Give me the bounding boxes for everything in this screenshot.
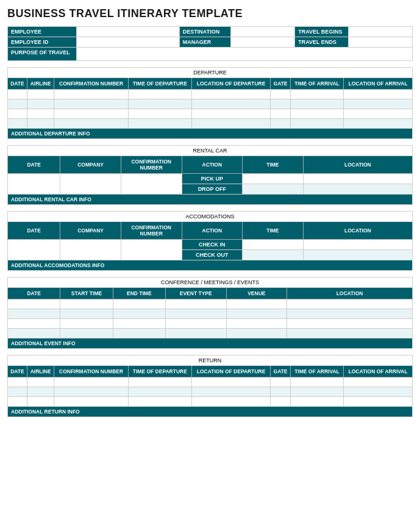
dep-col-gate: GATE — [271, 78, 290, 90]
pickup-action: PICK UP — [182, 174, 243, 184]
page-title: BUSINESS TRAVEL ITINERARY TEMPLATE — [7, 7, 413, 20]
acc-col-time: TIME — [243, 222, 304, 240]
rc-col-confirmation: CONFIRMATION NUMBER — [121, 156, 182, 174]
table-row[interactable] — [8, 319, 60, 329]
conf-col-location: LOCATION — [287, 288, 413, 299]
dep-col-airline: AIRLINE — [27, 78, 54, 90]
table-row[interactable] — [8, 397, 27, 407]
acc-col-company: COMPANY — [60, 222, 121, 240]
employee-id-value[interactable] — [77, 37, 179, 48]
employee-id-label: EMPLOYEE ID — [8, 37, 77, 48]
table-row[interactable] — [8, 174, 60, 195]
acc-col-date: DATE — [8, 222, 60, 240]
conf-col-start: START TIME — [60, 288, 113, 299]
travel-ends-label: TRAVEL ENDS — [295, 37, 349, 48]
rc-col-company: COMPANY — [60, 156, 121, 174]
table-row[interactable] — [8, 240, 60, 260]
conf-col-venue: VENUE — [226, 288, 287, 299]
ret-col-date: DATE — [8, 366, 27, 378]
dep-col-time-dep: TIME OF DEPARTURE — [128, 78, 191, 90]
ret-col-time-arr: TIME OF ARRIVAL — [290, 366, 343, 378]
table-row[interactable] — [8, 119, 27, 129]
dep-col-confirmation: CONFIRMATION NUMBER — [54, 78, 128, 90]
accommodations-section-header: ACCOMODATIONS — [8, 212, 413, 222]
rental-car-table: RENTAL CAR DATE COMPANY CONFIRMATION NUM… — [7, 145, 413, 205]
acc-col-action: ACTION — [182, 222, 243, 240]
table-row[interactable] — [8, 329, 60, 338]
return-section-header: RETURN — [8, 356, 413, 366]
purpose-label: PURPOSE OF TRAVEL — [8, 48, 77, 61]
dep-col-location-dep: LOCATION OF DEPARTURE — [191, 78, 270, 90]
ret-col-airline: AIRLINE — [27, 366, 54, 378]
ret-col-time-dep: TIME OF DEPARTURE — [128, 366, 191, 378]
destination-label: DESTINATION — [179, 27, 230, 37]
rc-col-location: LOCATION — [303, 156, 412, 174]
dep-col-time-arr: TIME OF ARRIVAL — [290, 78, 343, 90]
dep-col-date: DATE — [8, 78, 27, 90]
accommodations-table: ACCOMODATIONS DATE COMPANY CONFIRMATION … — [7, 211, 413, 271]
departure-additional-label: ADDITIONAL DEPARTURE INFO — [8, 129, 413, 139]
rc-col-action: ACTION — [182, 156, 243, 174]
employee-value[interactable] — [77, 27, 179, 37]
manager-value[interactable] — [230, 37, 294, 48]
acc-col-confirmation: CONFIRMATION NUMBER — [121, 222, 182, 240]
conf-col-end: END TIME — [113, 288, 165, 299]
accommodations-additional-label: ADDITIONAL ACCOMODATIONS INFO — [8, 260, 413, 271]
table-row[interactable] — [8, 309, 60, 319]
checkin-action: CHECK IN — [182, 240, 243, 250]
rental-car-section-header: RENTAL CAR — [8, 146, 413, 156]
travel-ends-value[interactable] — [348, 37, 412, 48]
conference-table: CONFERENCE / MEETINGS / EVENTS DATE STAR… — [7, 277, 413, 349]
dep-col-location-arr: LOCATION OF ARRIVAL — [344, 78, 413, 90]
dropoff-action: DROP OFF — [182, 184, 243, 195]
conference-section-header: CONFERENCE / MEETINGS / EVENTS — [8, 277, 413, 288]
conf-col-date: DATE — [8, 288, 60, 299]
rental-car-additional-label: ADDITIONAL RENTAL CAR INFO — [8, 195, 413, 205]
table-row[interactable] — [8, 90, 27, 99]
ret-col-location-arr: LOCATION OF ARRIVAL — [344, 366, 413, 378]
employee-label: EMPLOYEE — [8, 27, 77, 37]
rc-col-time: TIME — [243, 156, 304, 174]
return-additional-label: ADDITIONAL RETURN INFO — [8, 407, 413, 417]
acc-col-location: LOCATION — [303, 222, 412, 240]
conf-col-event: EVENT TYPE — [165, 288, 226, 299]
table-row[interactable] — [8, 299, 60, 309]
rc-col-date: DATE — [8, 156, 60, 174]
checkout-action: CHECK OUT — [182, 250, 243, 260]
departure-table: DEPARTURE DATE AIRLINE CONFIRMATION NUMB… — [7, 67, 413, 139]
table-row[interactable] — [8, 109, 27, 119]
main-info-table: EMPLOYEE DESTINATION TRAVEL BEGINS EMPLO… — [7, 26, 413, 61]
travel-begins-value[interactable] — [348, 27, 412, 37]
destination-value[interactable] — [230, 27, 294, 37]
return-table: RETURN DATE AIRLINE CONFIRMATION NUMBER … — [7, 355, 413, 417]
travel-begins-label: TRAVEL BEGINS — [295, 27, 349, 37]
departure-section-header: DEPARTURE — [8, 68, 413, 78]
table-row[interactable] — [8, 387, 27, 397]
ret-col-confirmation: CONFIRMATION NUMBER — [54, 366, 128, 378]
conference-additional-label: ADDITIONAL EVENT INFO — [8, 338, 413, 349]
ret-col-gate: GATE — [271, 366, 290, 378]
table-row[interactable] — [8, 99, 27, 109]
manager-label: MANAGER — [179, 37, 230, 48]
purpose-value[interactable] — [77, 48, 413, 61]
table-row[interactable] — [8, 378, 27, 387]
ret-col-location-dep: LOCATION OF DEPARTURE — [191, 366, 270, 378]
